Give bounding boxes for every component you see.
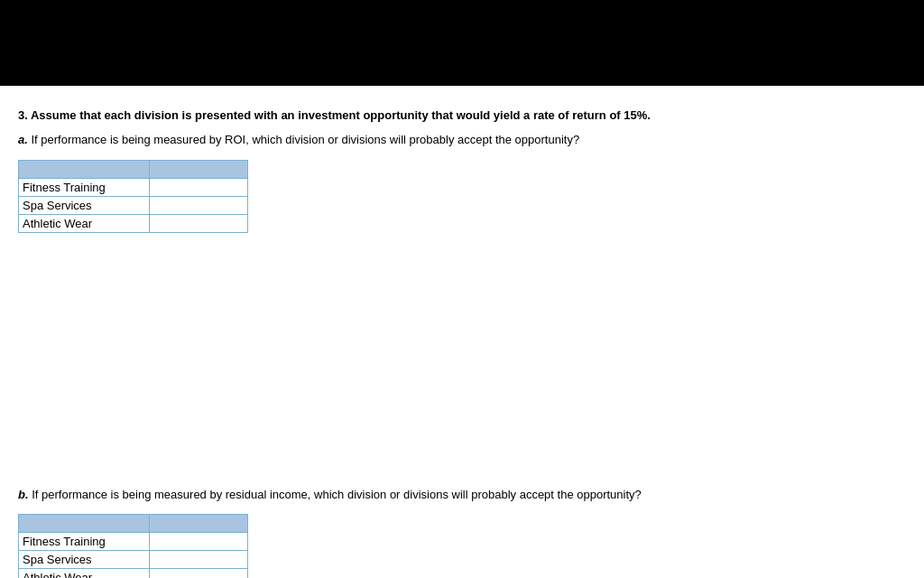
table-b: Fitness Training Spa Services Athletic W… [18,514,248,578]
table-row: Fitness Training [19,533,248,551]
table-b-fitness-value[interactable] [149,533,247,551]
table-a-header-label [19,160,150,178]
table-b-header-label [19,515,150,533]
section-b: b. If performance is being measured by r… [18,486,906,579]
table-b-athletic-label: Athletic Wear [19,569,150,579]
table-a-athletic-value[interactable] [149,214,247,232]
table-a-athletic-label: Athletic Wear [19,214,150,232]
table-b-spa-label: Spa Services [19,551,150,569]
table-row: Spa Services [19,196,248,214]
question-part-b: b. If performance is being measured by r… [18,486,906,504]
table-row: Athletic Wear [19,569,248,579]
table-a-container: Fitness Training Spa Services Athletic W… [18,160,906,233]
table-b-container: Fitness Training Spa Services Athletic W… [18,514,906,578]
question-number: 3. Assume that each division is presente… [18,108,906,122]
table-a-spa-value[interactable] [149,196,247,214]
table-a: Fitness Training Spa Services Athletic W… [18,160,248,233]
table-a-fitness-value[interactable] [149,178,247,196]
table-b-athletic-value[interactable] [149,569,247,579]
table-b-header-value [149,515,247,533]
table-a-header-value [149,160,247,178]
table-b-fitness-label: Fitness Training [19,533,150,551]
table-a-spa-label: Spa Services [19,196,150,214]
table-b-header [19,515,248,533]
table-a-fitness-label: Fitness Training [19,178,150,196]
top-bar [0,0,924,86]
question-part-a: a. If performance is being measured by R… [18,131,906,149]
table-b-spa-value[interactable] [149,551,247,569]
table-row: Athletic Wear [19,214,248,232]
table-a-header [19,160,248,178]
table-row: Fitness Training [19,178,248,196]
table-row: Spa Services [19,551,248,569]
